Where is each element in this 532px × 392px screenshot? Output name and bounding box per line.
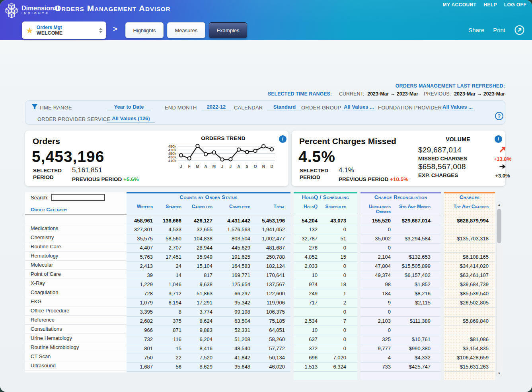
table-row[interactable]: 184$8,216	[361, 289, 441, 298]
order-group-value[interactable]: All Values ...	[342, 104, 376, 111]
table-row[interactable]: 2,0330	[294, 262, 357, 271]
table-row[interactable]: Routine Microbiology	[25, 343, 127, 352]
end-month-value[interactable]: 2022-12	[201, 104, 231, 111]
print-button[interactable]: Print	[493, 27, 505, 33]
table-row[interactable]: 49,374$6,157,402	[361, 271, 441, 280]
table-row[interactable]: 6967,020	[294, 353, 357, 363]
column-header[interactable]: Std Amt Missed	[396, 204, 436, 209]
table-row[interactable]: 4,4072,70728,944445,629481,687	[127, 244, 290, 253]
log-off-link[interactable]: LOG OFF	[504, 2, 526, 8]
table-row[interactable]: 801158,41648,54057,772	[127, 344, 290, 353]
table-row[interactable]: 6370	[294, 335, 357, 344]
table-row[interactable]: 1,687568,62935,64846,020	[127, 363, 290, 372]
table-row[interactable]: 100	[294, 271, 357, 280]
table-row[interactable]: 2,104$132,653	[361, 253, 441, 262]
table-row[interactable]	[444, 225, 495, 234]
table-row[interactable]: 7321166,20451,20858,260	[127, 335, 290, 344]
table-row[interactable]: 327,3014,53332,6551,576,5631,941,052	[127, 225, 290, 234]
table-row[interactable]: 97418	[294, 280, 357, 289]
table-row[interactable]: 2,103$111,389	[361, 317, 441, 326]
table-row[interactable]: 1320	[294, 225, 357, 234]
table-row[interactable]: Ultrasound	[25, 361, 127, 371]
table-row[interactable]: 9$2,115	[361, 298, 441, 308]
table-row[interactable]: 0	[361, 326, 441, 335]
table-row[interactable]: 9,777$990,380	[361, 344, 441, 353]
table-row[interactable]: Consultations	[25, 325, 127, 334]
tab-measures[interactable]: Measures	[167, 22, 205, 38]
table-row[interactable]: CT Scan	[25, 352, 127, 361]
table-row[interactable]: 35,57558,560104,838803,5041,002,477	[127, 234, 290, 244]
column-header[interactable]: Tot Amt Charged	[444, 204, 494, 209]
share-button[interactable]: Share	[468, 27, 484, 33]
table-row[interactable]: $6,108,165	[444, 253, 495, 262]
table-row[interactable]: Molecular	[25, 261, 127, 270]
table-row[interactable]: 47,804$15,505,899	[361, 262, 441, 271]
table-row[interactable]: 5,76317,45135,949191,625250,788	[127, 253, 290, 262]
scrollbar-thumb[interactable]	[497, 209, 501, 243]
tab-highlights[interactable]: Highlights	[125, 22, 164, 38]
table-row[interactable]: 1,2291,0469,638125,654137,567	[127, 280, 290, 289]
table-row[interactable]: 0	[361, 308, 441, 317]
table-row[interactable]: Hematology	[25, 252, 127, 261]
table-row[interactable]: Chemistry	[25, 233, 127, 242]
table-row[interactable]: 3914817169,771170,641	[127, 271, 290, 280]
order-provider-service-value[interactable]: All Values (126)	[107, 115, 155, 123]
table-row[interactable]: 0	[361, 225, 441, 234]
table-row[interactable]: 0	[361, 244, 441, 253]
tab-examples[interactable]: Examples	[209, 22, 247, 38]
scroll-up-arrow[interactable]: ▲	[497, 202, 502, 208]
table-row[interactable]: EKG	[25, 297, 127, 306]
table-row[interactable]: $85,539,540	[444, 289, 495, 298]
column-header[interactable]: Written	[127, 204, 158, 209]
table-row[interactable]: 100	[294, 326, 357, 335]
totals-row[interactable]	[25, 215, 127, 224]
selector-spinner-icon[interactable]	[99, 28, 102, 33]
orders-info-icon[interactable]: i	[279, 135, 286, 143]
export-icon[interactable]	[514, 25, 525, 35]
table-row[interactable]: 750227,52041,84250,134	[127, 353, 290, 363]
table-row[interactable]: $81,086	[444, 335, 495, 344]
table-row[interactable]	[444, 244, 495, 253]
dashboard-selector[interactable]: ★ Orders Mgt WELCOME	[22, 21, 106, 39]
table-row[interactable]: 2491	[294, 289, 357, 298]
table-row[interactable]: $63,461,107	[444, 271, 495, 280]
table-row[interactable]: 325$10,761	[361, 335, 441, 344]
column-header[interactable]: Total	[256, 204, 290, 209]
table-row[interactable]: 4$4,332	[361, 353, 441, 363]
table-row[interactable]: 32,78751	[294, 234, 357, 244]
totals-row[interactable]: 458,961136,666426,1274,431,4425,453,196	[127, 216, 290, 225]
table-row[interactable]: 2,6823758,62463,50475,185	[127, 317, 290, 326]
table-row[interactable]: $3,154,835	[444, 344, 495, 353]
table-row[interactable]: 3720	[294, 344, 357, 353]
table-row[interactable]: 7172	[294, 298, 357, 308]
table-row[interactable]: 0	[294, 308, 357, 317]
time-range-value[interactable]: Year to Date	[107, 104, 151, 111]
table-row[interactable]	[444, 326, 495, 335]
help-link[interactable]: HELP	[483, 2, 497, 8]
table-row[interactable]: Coagulation	[25, 288, 127, 297]
column-header[interactable]: Started	[158, 204, 187, 209]
totals-row[interactable]: 155,520$29,687,014	[361, 216, 441, 225]
table-row[interactable]: $39,684,739	[444, 280, 495, 289]
totals-row[interactable]: 54,20443,073	[294, 216, 357, 225]
table-row[interactable]: $34,414,020	[444, 262, 495, 271]
table-row[interactable]: 2760	[294, 244, 357, 253]
table-row[interactable]: Point of Care	[25, 270, 127, 279]
column-header[interactable]: Scheduled	[323, 204, 352, 209]
table-row[interactable]: $15,631,263	[444, 363, 495, 372]
scroll-down-arrow[interactable]: ▼	[497, 371, 502, 376]
table-row[interactable]: Urine Hematology	[25, 334, 127, 343]
table-row[interactable]: $135,703,318	[444, 234, 495, 244]
table-row[interactable]: 35,002$3,294,584	[361, 234, 441, 244]
table-row[interactable]: $26,502,805	[444, 298, 495, 308]
table-row[interactable]	[444, 308, 495, 317]
table-row[interactable]: 3,39583,77499,198106,375	[127, 308, 290, 317]
search-input[interactable]	[51, 194, 105, 201]
totals-row[interactable]: $628,879,994	[444, 216, 495, 225]
table-row[interactable]: 1,5136,324	[294, 363, 357, 372]
table-row[interactable]: $5,869,840	[444, 317, 495, 326]
table-scrollbar[interactable]: ▲ ▼	[496, 201, 502, 377]
table-row[interactable]: 4,85215	[294, 253, 357, 262]
table-row[interactable]: 2,4132415,104164,583182,124	[127, 262, 290, 271]
table-row[interactable]: $106,428,659	[444, 353, 495, 363]
